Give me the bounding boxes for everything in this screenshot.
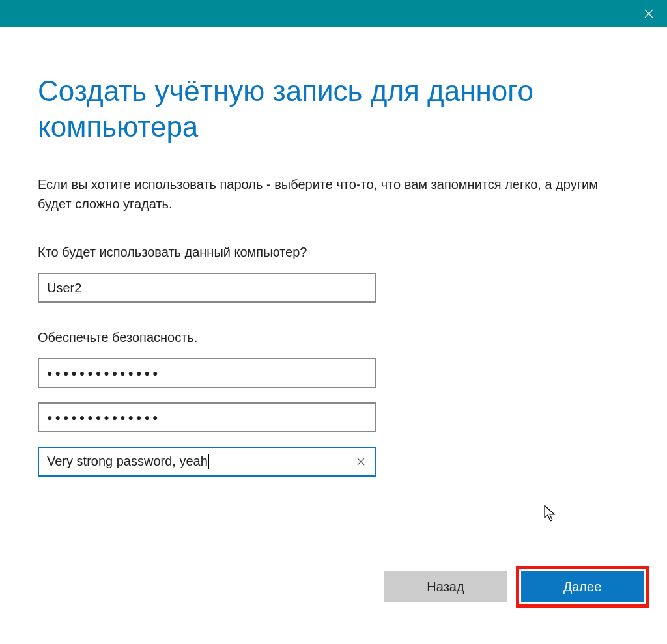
button-row: Назад Далее — [384, 566, 649, 608]
close-button[interactable] — [631, 0, 667, 27]
username-input[interactable]: User2 — [38, 273, 376, 303]
clear-button[interactable] — [354, 455, 367, 468]
password-value: ●●●●●●●●●●●●●● — [47, 368, 367, 378]
next-button[interactable]: Далее — [521, 571, 644, 602]
page-description: Если вы хотите использовать пароль - выб… — [38, 175, 629, 214]
text-caret — [208, 454, 209, 469]
password-confirm-input[interactable]: ●●●●●●●●●●●●●● — [38, 402, 376, 432]
username-section-label: Кто будет использовать данный компьютер? — [38, 245, 629, 260]
back-button[interactable]: Назад — [384, 571, 507, 602]
password-input[interactable]: ●●●●●●●●●●●●●● — [38, 358, 376, 388]
titlebar — [0, 0, 667, 27]
close-icon — [644, 9, 653, 18]
cursor-icon — [544, 505, 557, 523]
security-section-label: Обеспечьте безопасность. — [38, 330, 629, 345]
password-confirm-value: ●●●●●●●●●●●●●● — [47, 412, 367, 423]
username-value: User2 — [47, 281, 367, 296]
close-icon — [356, 457, 365, 466]
password-hint-input[interactable]: Very strong password, yeah — [38, 447, 376, 477]
dialog-content: Создать учётную запись для данного компь… — [0, 27, 667, 477]
password-hint-value: Very strong password, yeah — [47, 454, 354, 470]
next-button-highlight: Далее — [516, 566, 649, 608]
page-title: Создать учётную запись для данного компь… — [38, 73, 629, 145]
